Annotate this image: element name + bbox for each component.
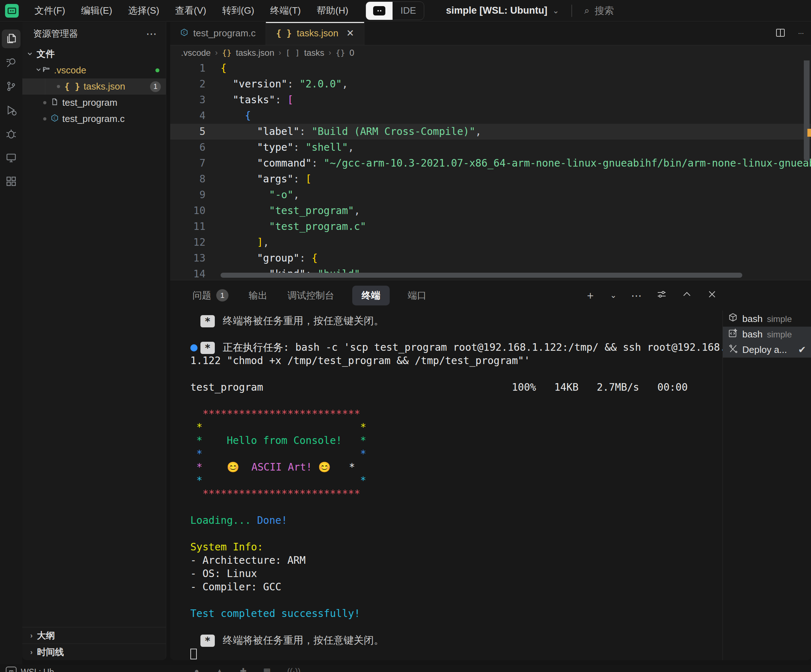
titlebar-divider (572, 5, 572, 17)
menubar-item-4[interactable]: 转到(G) (214, 2, 262, 20)
close-panel-icon[interactable] (707, 289, 718, 302)
code-line-13[interactable]: 13 "group": { (170, 250, 811, 266)
breadcrumb-separator-icon: › (329, 48, 331, 58)
menubar-item-2[interactable]: 选择(S) (120, 2, 167, 20)
sidebar-item-extensions[interactable] (1, 170, 21, 193)
breadcrumb-item[interactable]: .vscode (181, 48, 211, 58)
sidebar-title: 资源管理器 (33, 28, 146, 39)
code-line-4[interactable]: 4 { (170, 108, 811, 124)
new-terminal-icon[interactable]: ＋ (585, 288, 596, 303)
split-editor-icon[interactable] (775, 27, 786, 39)
code-editor[interactable]: 1{2 "version": "2.0.0",3 "tasks": [4 {5 … (170, 60, 811, 280)
tree-item--vscode[interactable]: .vscode (22, 62, 166, 78)
activity-bar (0, 22, 22, 664)
section-timeline[interactable]: › 时间线 (22, 643, 166, 660)
terminal-list-item-2[interactable]: Deploy a...✔ (723, 342, 811, 358)
terminal-line-19: - OS: Linux (190, 567, 723, 580)
code-line-2[interactable]: 2 "version": "2.0.0", (170, 76, 811, 92)
tree-item-test_program[interactable]: test_program (22, 95, 166, 111)
menu-bar: 文件(F)编辑(E)选择(S)查看(V)转到(G)终端(T)帮助(H) (27, 2, 356, 20)
code-line-6[interactable]: 6 "type": "shell", (170, 139, 811, 155)
search-box[interactable]: ⌕ 搜索 (584, 4, 614, 17)
menubar-item-1[interactable]: 编辑(E) (73, 2, 120, 20)
ide-icon (366, 2, 392, 20)
code-line-5[interactable]: 5 "label": "Build (ARM Cross-Compile)", (170, 124, 811, 139)
terminal-list-item-1[interactable]: bashsimple (723, 327, 811, 342)
chevron-down-icon[interactable]: ⌄ (552, 6, 559, 15)
line-number: 7 (170, 155, 221, 171)
remote-indicator[interactable]: ⊞ WSL: Ub (6, 667, 54, 672)
breadcrumb-item[interactable]: tasks (304, 48, 324, 58)
workbench: 资源管理器 ⋯ 文件 .vscode{ }tasks.json1test_pro… (0, 22, 811, 664)
terminal-output[interactable]: *终端将被任务重用，按任意键关闭。*正在执行任务: bash -c 'scp t… (170, 311, 723, 660)
sidebar-item-search[interactable] (1, 51, 21, 75)
maximize-panel-icon[interactable] (682, 289, 692, 302)
workspace-name[interactable]: simple [WSL: Ubuntu] (446, 5, 547, 16)
terminal-line-20: - Compiler: GCC (190, 580, 723, 594)
code-line-9[interactable]: 9 "-o", (170, 187, 811, 203)
breadcrumb: .vscode›{}tasks.json›[ ]tasks›{}0 (170, 45, 811, 60)
sidebar-item-run-debug[interactable] (1, 98, 21, 122)
ide-badge[interactable]: IDE (366, 2, 424, 20)
status-plus-icon: ✚ (240, 667, 246, 672)
status-warning-icon: ▲ (215, 667, 224, 672)
close-icon[interactable]: ✕ (346, 28, 354, 39)
code-line-3[interactable]: 3 "tasks": [ (170, 92, 811, 108)
menubar-item-6[interactable]: 帮助(H) (309, 2, 356, 20)
line-number: 6 (170, 139, 221, 155)
panel-tab-端口[interactable]: 端口 (406, 286, 429, 305)
menubar-item-3[interactable]: 查看(V) (167, 2, 214, 20)
status-broadcast-icon: ((·)) (287, 667, 300, 672)
explorer-more-actions-icon[interactable]: ⋯ (146, 27, 158, 40)
terminal-line-22: Test completed successfully! (190, 607, 723, 620)
menubar-item-0[interactable]: 文件(F) (27, 2, 73, 20)
breadcrumb-item[interactable]: 0 (350, 48, 354, 58)
terminal-list-item-0[interactable]: bashsimple (723, 311, 811, 327)
section-files[interactable]: 文件 (22, 45, 166, 62)
terminal-description: simple (767, 314, 792, 324)
panel-tab-输出[interactable]: 输出 (246, 286, 270, 305)
line-number: 4 (170, 108, 221, 124)
task-badge: * (200, 342, 215, 354)
line-number: 11 (170, 219, 221, 234)
code-line-1[interactable]: 1{ (170, 60, 811, 76)
menubar-item-5[interactable]: 终端(T) (262, 2, 309, 20)
editor-more-actions-icon[interactable]: ⋯ (798, 30, 804, 37)
json-icon: { } (276, 28, 292, 39)
terminal-profile-chevron-icon[interactable]: ⌄ (610, 291, 617, 300)
code-line-7[interactable]: 7 "command": "~/gcc-arm-10.3-2021.07-x86… (170, 155, 811, 171)
editor-horizontal-scrollbar[interactable] (221, 273, 742, 278)
sidebar-item-testing[interactable] (1, 122, 21, 146)
terminal-name: bash (742, 313, 762, 324)
tree-item-tasks-json[interactable]: { }tasks.json1 (22, 78, 166, 95)
panel-tab-调试控制台[interactable]: 调试控制台 (285, 286, 336, 305)
sidebar-item-remote-explorer[interactable] (1, 146, 21, 170)
code-line-12[interactable]: 12 ], (170, 234, 811, 250)
tab-tasks-json[interactable]: { }tasks.json✕ (266, 22, 365, 45)
editor-vertical-scrollbar[interactable] (804, 60, 809, 161)
panel-tab-终端[interactable]: 终端 (352, 286, 390, 305)
section-outline[interactable]: › 大纲 (22, 627, 166, 643)
code-line-11[interactable]: 11 "test_program.c" (170, 219, 811, 234)
run-debug-icon (2, 101, 20, 119)
json-icon: { } (64, 81, 80, 92)
tab-test_program-c[interactable]: Ctest_program.c (170, 22, 266, 45)
terminal-line-24: *终端将被任务重用，按任意键关闭。 (190, 633, 723, 647)
tree-item-test_program-c[interactable]: Ctest_program.c (22, 111, 166, 127)
sidebar-item-explorer[interactable] (1, 27, 21, 51)
timeline-label: 时间线 (37, 646, 64, 658)
bottom-panel: 问题1输出调试控制台终端端口 ＋ ⌄ ⋯ *终端将被任务重用，按任意键关闭。*正… (170, 280, 811, 660)
sidebar-item-source-control[interactable] (1, 75, 21, 98)
panel-tab-label: 调试控制台 (287, 289, 334, 302)
explorer-sidebar: 资源管理器 ⋯ 文件 .vscode{ }tasks.json1test_pro… (22, 22, 166, 660)
terminal-tune-icon[interactable] (656, 289, 667, 302)
indent-guide (45, 78, 45, 95)
code-line-8[interactable]: 8 "args": [ (170, 171, 811, 187)
panel-tab-问题[interactable]: 问题1 (190, 286, 231, 305)
code-line-10[interactable]: 10 "test_program", (170, 203, 811, 219)
panel-more-actions-icon[interactable]: ⋯ (631, 289, 642, 302)
status-bar-icons[interactable]: ● ▲ ✚ ▦ ((·)) (194, 667, 300, 672)
terminal-line-12: * * (190, 474, 723, 487)
chevron-right-icon: › (30, 648, 33, 656)
breadcrumb-item[interactable]: tasks.json (236, 48, 275, 58)
